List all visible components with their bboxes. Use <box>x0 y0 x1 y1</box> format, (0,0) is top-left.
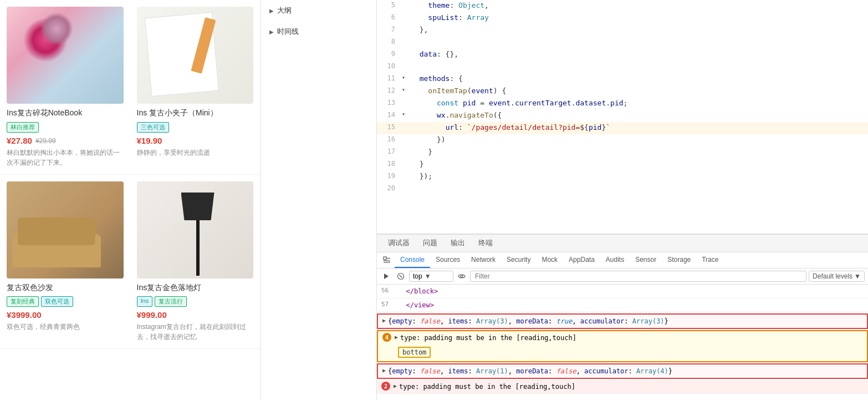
product-price-current: ¥19.90 <box>137 136 162 145</box>
outline-panel: ▶ 大纲 ▶ 时间线 <box>261 0 377 400</box>
tab-problems[interactable]: 问题 <box>416 235 444 252</box>
tab-appdata[interactable]: AppData <box>563 252 600 268</box>
line-content: spuList: Array <box>411 12 868 24</box>
line-number: 17 <box>377 146 402 157</box>
list-item[interactable]: Ins复古碎花NoteBook 林白推荐 ¥27.80 ¥29.99 林白默默的… <box>0 0 130 175</box>
error-badge: 2 <box>381 382 390 391</box>
level-select[interactable]: Default levels ▼ <box>809 271 865 282</box>
line-content: wx.navigateTo({ <box>411 110 868 121</box>
line-number: 15 <box>377 122 402 133</box>
code-line-9: 9 data: {}, <box>377 49 868 61</box>
level-label: Default levels <box>813 272 852 280</box>
tab-output[interactable]: 输出 <box>444 235 472 252</box>
product-tag-1: Ins <box>137 296 153 307</box>
product-name: Ins 复古小夹子（Mini） <box>137 108 254 118</box>
expand-arrow-icon[interactable]: ▶ <box>395 333 398 341</box>
devtools-tabs-bar: Console Sources Network Security Mock Ap… <box>377 252 868 269</box>
console-content: </block> <box>398 286 438 296</box>
outline-arrow-icon: ▶ <box>269 8 274 14</box>
console-error-content: {empty: false, items: Array(3), moreData… <box>388 316 668 326</box>
product-desc: 林白默默的掏出小本本，将她说的话一次不漏的记了下来。 <box>7 148 124 168</box>
inspect-icon[interactable] <box>379 252 395 268</box>
line-number: 57 <box>381 300 398 310</box>
tab-audits[interactable]: Audits <box>600 252 630 268</box>
outline-item-outline[interactable]: ▶ 大纲 <box>261 0 376 21</box>
line-fold-arrow[interactable]: ▾ <box>402 110 411 119</box>
warning-sub: bottom <box>378 345 867 361</box>
expand-arrow-icon[interactable]: ▶ <box>394 382 397 390</box>
code-line-11: 11 ▾ methods: { <box>377 73 868 85</box>
console-line-57: 57 </view> <box>377 298 868 312</box>
run-button[interactable] <box>380 270 392 282</box>
tab-trace[interactable]: Trace <box>696 252 724 268</box>
line-content: onItemTap(event) { <box>411 85 868 97</box>
code-line-15: 15 url: `/pages/detail/detail?pid=${pid}… <box>377 122 868 134</box>
product-name: Ins复古金色落地灯 <box>137 283 254 293</box>
line-number: 13 <box>377 98 402 108</box>
devtools-panel: 调试器 问题 输出 终端 Console Sources Network Sec… <box>377 234 868 400</box>
context-selector[interactable]: top ▼ <box>409 271 453 282</box>
eye-button[interactable] <box>456 270 468 282</box>
list-item[interactable]: 复古双色沙发 复刻经典 双色可选 ¥3999.00 双色可选，经典青黄两色 <box>0 175 130 349</box>
line-number: 7 <box>377 24 402 35</box>
tab-security[interactable]: Security <box>501 252 536 268</box>
stop-button[interactable] <box>395 270 407 282</box>
timeline-arrow-icon: ▶ <box>269 29 274 35</box>
list-item[interactable]: Ins 复古小夹子（Mini） 三色可选 ¥19.90 静静的，享受时光的流逝 <box>130 0 261 175</box>
console-error-content-2: {empty: false, items: Array(1), moreData… <box>388 366 672 376</box>
tab-debugger[interactable]: 调试器 <box>381 235 416 252</box>
expand-arrow-icon[interactable]: ▶ <box>382 366 386 374</box>
product-tag-2: 复古流行 <box>155 296 187 307</box>
code-line-14: 14 ▾ wx.navigateTo({ <box>377 110 868 122</box>
tab-storage[interactable]: Storage <box>662 252 696 268</box>
code-line-17: 17 } <box>377 146 868 159</box>
code-line-18: 18 } <box>377 159 868 171</box>
bottom-tag: bottom <box>398 347 431 358</box>
context-value: top <box>413 272 422 280</box>
line-content: theme: Object, <box>411 0 868 12</box>
outline-item-timeline[interactable]: ▶ 时间线 <box>261 21 376 42</box>
product-desc: 双色可选，经典青黄两色 <box>7 322 124 332</box>
code-line-19: 19 }); <box>377 171 868 183</box>
code-line-20: 20 <box>377 183 868 195</box>
line-content: const pid = event.currentTarget.dataset.… <box>411 98 868 109</box>
warning-box: 4 ▶ type: padding must be in the [readin… <box>377 330 868 362</box>
svg-rect-0 <box>384 257 386 260</box>
warning-line: 4 ▶ type: padding must be in the [readin… <box>378 331 867 345</box>
outline-item-label: 大纲 <box>277 6 292 16</box>
warning-group: 4 ▶ type: padding must be in the [readin… <box>377 330 868 362</box>
line-content: methods: { <box>411 73 868 85</box>
product-tag-2: 双色可选 <box>41 296 73 307</box>
filter-input[interactable] <box>470 271 806 282</box>
expand-arrow-icon[interactable]: ▶ <box>382 316 386 325</box>
line-number: 16 <box>377 134 402 145</box>
code-line-8: 8 <box>377 37 868 49</box>
line-fold-arrow[interactable]: ▾ <box>402 73 411 82</box>
tab-network[interactable]: Network <box>466 252 501 268</box>
line-content: } <box>411 146 868 158</box>
line-number: 12 <box>377 85 402 96</box>
svg-marker-4 <box>384 274 389 279</box>
product-image-notebook <box>137 7 254 104</box>
tab-sensor[interactable]: Sensor <box>630 252 662 268</box>
line-number: 56 <box>381 286 398 296</box>
line-number: 14 <box>377 110 402 120</box>
line-fold-arrow[interactable]: ▾ <box>402 85 411 94</box>
code-line-16: 16 }) <box>377 134 868 146</box>
line-number: 18 <box>377 159 402 169</box>
tab-mock[interactable]: Mock <box>536 252 563 268</box>
error-line-red: 2 ▶ type: padding must be in the [readin… <box>377 380 868 394</box>
line-number: 20 <box>377 183 402 194</box>
tab-console[interactable]: Console <box>395 252 430 268</box>
error-group-1: ▶ {empty: false, items: Array(3), moreDa… <box>377 313 868 329</box>
warning-badge: 4 <box>382 333 391 342</box>
tab-terminal[interactable]: 终端 <box>472 235 499 252</box>
product-tag: 林白推荐 <box>7 122 39 133</box>
tab-sources[interactable]: Sources <box>430 252 466 268</box>
line-number: 6 <box>377 12 402 23</box>
product-price-original: ¥29.99 <box>35 137 56 145</box>
console-error-line: ▶ {empty: false, items: Array(3), moreDa… <box>378 315 867 328</box>
list-item[interactable]: Ins复古金色落地灯 Ins 复古流行 ¥999.00 Instagram复古台… <box>130 175 261 349</box>
right-panel: 5 theme: Object, 6 spuList: Array 7 }, 8… <box>377 0 868 400</box>
error-group-2: ▶ {empty: false, items: Array(1), moreDa… <box>377 363 868 379</box>
